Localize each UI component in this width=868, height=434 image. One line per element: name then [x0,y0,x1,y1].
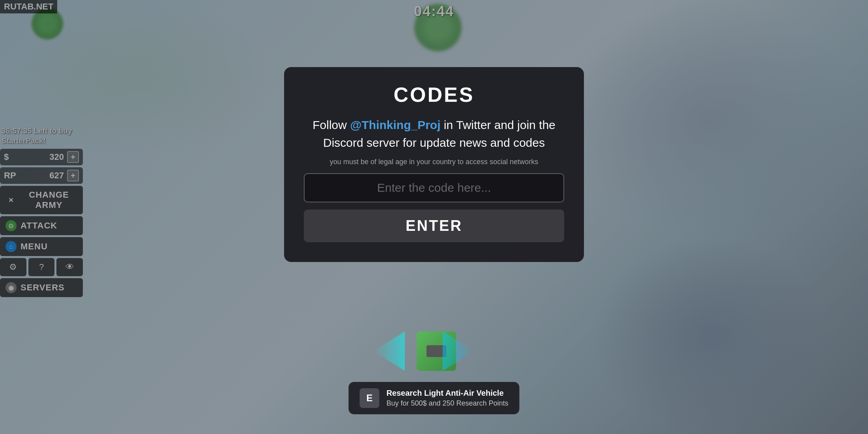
modal-title: CODES [304,83,564,107]
notification-description: Buy for 500$ and 250 Research Points [386,399,508,408]
codes-modal: CODES Follow @Thinking_Proj in Twitter a… [284,67,584,262]
notification-title: Research Light Anti-Air Vehicle [386,389,508,398]
enter-button[interactable]: ENTER [304,210,564,242]
twitter-handle[interactable]: @Thinking_Proj [350,118,440,131]
notification-text: Research Light Anti-Air Vehicle Buy for … [386,389,508,408]
bottom-notification: E Research Light Anti-Air Vehicle Buy fo… [348,382,519,414]
notification-key: E [359,388,379,408]
code-input[interactable] [304,173,564,202]
modal-description: Follow @Thinking_Proj in Twitter and joi… [304,116,564,152]
legal-notice: you must be of legal age in your country… [304,158,564,166]
